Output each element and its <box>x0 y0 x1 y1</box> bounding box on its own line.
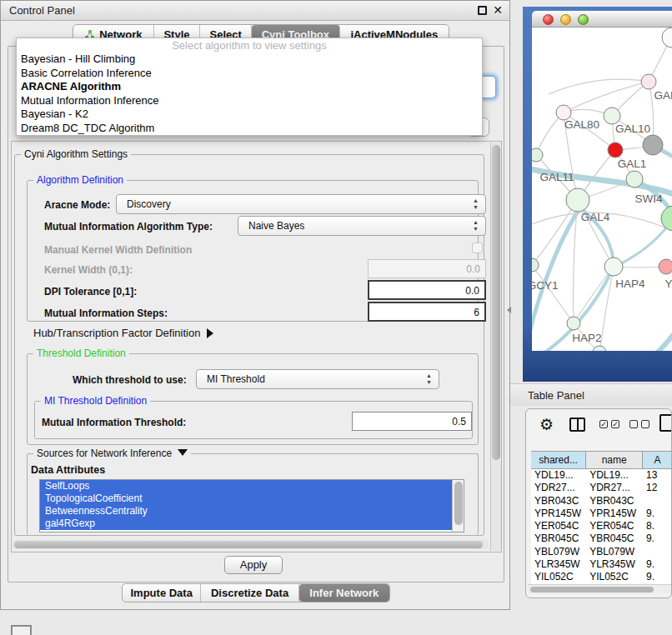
attribute-list-item[interactable]: TopologicalCoefficient <box>40 492 452 505</box>
page-icon[interactable] <box>659 414 672 432</box>
attribute-list-item[interactable]: BetweennessCentrality <box>40 505 452 518</box>
table-cell: YDR27... <box>531 482 586 494</box>
table-row[interactable]: YBR043CYBR043C <box>531 495 672 508</box>
column-header-name[interactable]: name <box>586 452 643 468</box>
manual-kernel-checkbox[interactable] <box>472 242 483 253</box>
control-panel-titlebar: Control Panel ✕ <box>1 1 509 21</box>
dpi-tolerance-field[interactable]: 0.0 <box>368 280 486 300</box>
scrollbar-thumb[interactable] <box>492 145 500 460</box>
dropdown-item[interactable]: Basic Correlation Inference <box>17 67 482 81</box>
node-label-hap2: HAP2 <box>572 332 601 344</box>
network-node-hap2[interactable] <box>567 317 580 330</box>
close-icon[interactable]: ✕ <box>493 3 503 17</box>
mi-algorithm-type-combobox[interactable]: Naive Bayes ▲▼ <box>238 216 486 236</box>
mi-steps-field[interactable]: 6 <box>368 302 486 322</box>
apply-button[interactable]: Apply <box>224 556 283 574</box>
table-panel-region: Table Panel ⚙ ✓ ✓ shared...nameAYDL19...… <box>510 383 672 635</box>
network-node-gal10[interactable] <box>604 108 620 124</box>
scrollbar-thumb[interactable] <box>530 587 654 592</box>
column-header-A[interactable]: A <box>643 452 672 468</box>
network-node[interactable] <box>643 135 663 155</box>
network-node-gal11[interactable] <box>532 148 543 162</box>
close-traffic-light-icon[interactable] <box>543 14 554 25</box>
tab-impute-data[interactable]: Impute Data <box>123 584 201 602</box>
table-cell: YER054C <box>531 520 586 532</box>
table-row[interactable]: YBR045CYBR045C9. <box>531 532 672 545</box>
dropdown-item[interactable]: Bayesian - Hill Climbing <box>17 52 482 67</box>
network-node-gal4[interactable] <box>566 188 589 212</box>
table-row[interactable]: YER054CYER054C8. <box>531 520 672 532</box>
mi-threshold-label: Mutual Information Threshold: <box>42 417 186 428</box>
dropdown-item[interactable]: ARACNE Algorithm <box>17 80 482 94</box>
hub-definition-toggle[interactable]: Hub/Transcription Factor Definition <box>33 327 213 339</box>
node-table: shared...nameAYDL19...YDL19...13YDR27...… <box>531 451 672 584</box>
columns-icon[interactable] <box>569 418 585 432</box>
network-node[interactable] <box>593 346 606 351</box>
mi-threshold-field[interactable]: 0.5 <box>352 412 472 431</box>
node-label-gal: GAL <box>654 89 672 102</box>
table-row[interactable]: YDR27...YDR27...12 <box>531 482 672 494</box>
network-node-y[interactable] <box>659 259 672 274</box>
settings-vertical-scrollbar[interactable] <box>490 142 501 551</box>
tab-infer-network[interactable]: Infer Network <box>299 584 389 602</box>
which-threshold-combobox[interactable]: MI Threshold ▲▼ <box>196 369 439 389</box>
attribute-list-item[interactable]: gal4RGexp <box>40 518 452 530</box>
minimize-traffic-light-icon[interactable] <box>560 14 571 25</box>
scrollbar-thumb[interactable] <box>14 541 483 548</box>
attribute-list-item[interactable]: SelfLoops <box>40 480 452 492</box>
data-attributes-list[interactable]: SelfLoopsTopologicalCoefficientBetweenne… <box>39 479 464 532</box>
aracne-mode-combobox[interactable]: Discovery ▲▼ <box>116 194 486 214</box>
column-header-shared[interactable]: shared... <box>531 452 586 468</box>
aracne-mode-label: Aracne Mode: <box>44 199 110 211</box>
gear-icon[interactable]: ⚙ <box>539 415 554 434</box>
dropdown-item[interactable]: Bayesian - K2 <box>17 108 482 122</box>
minimized-panel-icon[interactable] <box>11 625 32 635</box>
table-header-row: shared...nameA <box>531 451 672 469</box>
network-node[interactable] <box>662 28 672 48</box>
checked-checkbox-icon[interactable]: ✓ <box>599 420 608 428</box>
dropdown-item[interactable]: Mutual Information Inference <box>17 94 482 108</box>
table-row[interactable]: YLR345WYLR345W9. <box>531 558 672 571</box>
table-cell: YDL19... <box>586 469 643 482</box>
collapsed-arrow-icon[interactable] <box>207 328 213 338</box>
group-title: Cyni Algorithm Settings <box>21 148 131 160</box>
combo-arrows-icon: ▲▼ <box>425 372 433 386</box>
restore-icon[interactable] <box>478 6 487 15</box>
dropdown-item[interactable]: Dream8 DC_TDC Algorithm <box>17 122 482 136</box>
network-edge[interactable] <box>564 82 649 112</box>
network-node-gal[interactable] <box>641 74 656 89</box>
table-row[interactable]: YIL052CYIL052C9. <box>531 571 672 583</box>
table-cell: YBR043C <box>531 495 586 508</box>
network-edge[interactable] <box>549 79 649 94</box>
settings-horizontal-scrollbar[interactable] <box>13 540 488 549</box>
splitter-handle-icon[interactable] <box>507 307 511 313</box>
network-node-gcy1[interactable] <box>532 258 539 272</box>
kernel-width-field[interactable]: 0.0 <box>368 259 486 278</box>
data-attributes-label: Data Attributes <box>31 464 105 476</box>
node-label-gal10: GAL10 <box>615 122 650 135</box>
network-edge[interactable] <box>654 319 672 351</box>
network-edge[interactable] <box>574 267 614 323</box>
network-window-titlebar[interactable] <box>532 11 672 28</box>
table-row[interactable]: YDL19...YDL19...13 <box>531 469 672 482</box>
network-node-gal1[interactable] <box>608 142 623 158</box>
tab-discretize-data[interactable]: Discretize Data <box>201 584 298 602</box>
table-horizontal-scrollbar[interactable] <box>528 584 671 593</box>
table-row[interactable]: YBL079WYBL079W <box>531 546 672 558</box>
unchecked-checkbox-icon[interactable] <box>641 420 649 428</box>
group-title: MI Threshold Definition <box>41 395 150 407</box>
scrollbar-thumb[interactable] <box>454 482 463 525</box>
list-scrollbar[interactable] <box>452 480 464 532</box>
expanded-arrow-icon[interactable] <box>178 449 188 456</box>
unchecked-checkbox-icon[interactable] <box>629 420 638 428</box>
network-edge[interactable] <box>532 265 574 323</box>
table-row[interactable]: YPR145WYPR145W9. <box>531 508 672 520</box>
network-canvas[interactable]: GALGAL80GAL10GAL1GAL11SWI4GAL4GCY1HAP4YH… <box>532 28 672 351</box>
zoom-traffic-light-icon[interactable] <box>578 14 589 25</box>
table-cell: YBR043C <box>586 495 643 508</box>
checked-checkbox-icon[interactable]: ✓ <box>611 420 619 428</box>
sources-group: Sources for Network Inference Data Attri… <box>27 453 479 535</box>
sources-toggle[interactable]: Sources for Network Inference <box>33 448 191 459</box>
network-node-swi4[interactable] <box>626 171 643 188</box>
network-node-hap4[interactable] <box>604 258 623 276</box>
